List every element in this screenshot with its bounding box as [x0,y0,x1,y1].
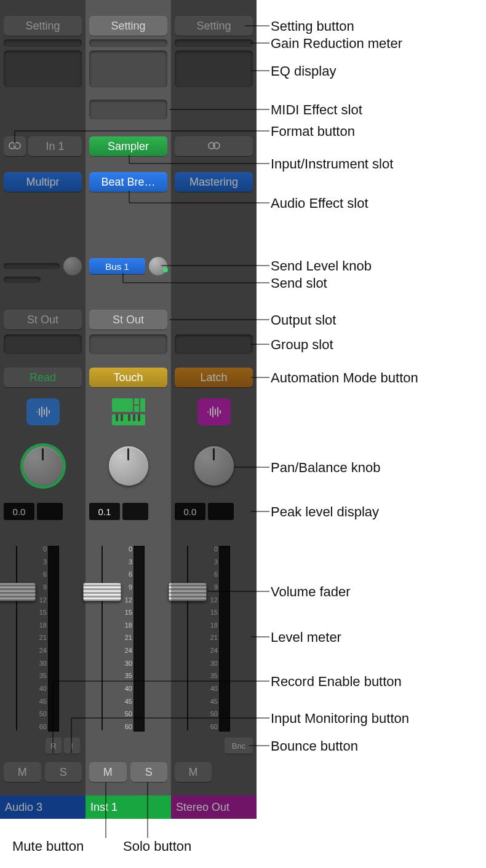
bounce-button[interactable]: Bnc [225,738,253,754]
mute-button[interactable]: M [4,762,41,782]
instrument-slot[interactable]: Sampler [89,136,167,156]
channel-strip-audio3: Setting In 1 Multipr St Out Read 0.0 036… [0,0,86,819]
record-enable-button[interactable]: R [46,738,62,754]
send-slot[interactable] [4,263,60,269]
track-type-icon[interactable] [197,398,231,425]
region-icon [112,398,145,412]
callout: Format button [271,124,355,140]
pan-knob[interactable] [23,446,63,486]
fader-area: 03691215182124303540455060 [4,546,82,730]
peak-meter [122,503,148,520]
callout: Bounce button [271,738,358,754]
svg-rect-10 [134,406,139,412]
level-meter [133,546,145,732]
group-slot[interactable] [175,334,253,354]
peak-level-display: 0.0 [175,503,205,520]
send-level-knob[interactable] [149,257,167,275]
callout: Gain Reduction meter [271,36,402,52]
midi-effect-slot[interactable] [89,100,167,119]
svg-rect-14 [121,414,123,421]
gain-reduction-meter [4,39,82,47]
stereo-icon [8,140,22,153]
send-slot[interactable]: Bus 1 [89,258,145,274]
output-slot[interactable]: St Out [4,310,82,329]
callout-solo: Solo button [123,838,191,854]
eq-display[interactable] [89,50,167,87]
callout: Volume fader [271,584,351,600]
volume-fader[interactable] [89,546,115,730]
callout: Output slot [271,312,336,328]
fader-area: 03691215182124303540455060 [175,546,253,730]
callout: Input/Instrument slot [271,156,393,172]
mixer-panel: Setting In 1 Multipr St Out Read 0.0 036… [0,0,257,819]
group-slot[interactable] [89,334,167,354]
peak-meter [37,503,63,520]
root: Setting In 1 Multipr St Out Read 0.0 036… [0,0,486,868]
callout: Audio Effect slot [271,195,368,211]
volume-fader[interactable] [4,546,30,730]
callout: Group slot [271,337,333,353]
svg-rect-17 [138,414,140,421]
group-slot[interactable] [4,334,82,354]
callout: Setting button [271,18,354,34]
setting-button[interactable]: Setting [4,16,82,36]
svg-rect-15 [128,414,130,421]
channel-strip-stereo-out: Setting Mastering Latch 0.0 036912151821… [171,0,257,819]
waveform-icon [35,405,51,419]
svg-rect-8 [112,398,133,412]
keyboard-icon [112,414,145,425]
fader-scale: 03691215182124303540455060 [202,546,218,730]
eq-display[interactable] [175,50,253,87]
track-name[interactable]: Stereo Out [171,795,257,819]
track-name[interactable]: Inst 1 [86,795,171,819]
send-level-knob[interactable] [63,257,82,275]
callout: Pan/Balance knob [271,460,381,476]
send-slot-2[interactable] [4,277,41,283]
track-name[interactable]: Audio 3 [0,795,86,819]
solo-button[interactable]: S [45,762,82,782]
callout: Input Monitoring button [271,711,409,727]
mute-button[interactable]: M [175,762,212,782]
input-monitoring-button[interactable]: I [64,738,80,754]
format-button[interactable] [4,136,26,156]
gain-reduction-meter [175,39,253,47]
callout: Send slot [271,275,327,291]
callout: MIDI Effect slot [271,102,362,118]
output-slot[interactable]: St Out [89,310,167,329]
audio-effect-slot[interactable]: Mastering [175,172,253,192]
peak-level-display: 0.0 [4,503,34,520]
input-slot[interactable]: In 1 [28,136,82,156]
audio-effect-slot[interactable]: Beat Bre… [89,172,167,192]
level-meter [219,546,230,732]
pan-knob[interactable] [109,446,148,486]
setting-button[interactable]: Setting [89,16,167,36]
callout: Automation Mode button [271,370,418,386]
pan-knob[interactable] [194,446,234,486]
peak-level-display: 0.1 [89,503,120,520]
callout: Send Level knob [271,258,372,274]
volume-fader[interactable] [175,546,201,730]
svg-rect-9 [134,398,139,404]
callout: Record Enable button [271,674,402,690]
setting-button[interactable]: Setting [175,16,253,36]
automation-mode-button[interactable]: Read [4,368,82,387]
mute-button[interactable]: M [89,762,127,782]
callout: Peak level display [271,504,379,520]
audio-effect-slot[interactable]: Multipr [4,172,82,192]
svg-rect-16 [133,414,135,421]
eq-display[interactable] [4,50,82,87]
automation-mode-button[interactable]: Latch [175,368,253,387]
track-type-icon[interactable] [89,398,167,425]
level-meter [48,546,59,732]
svg-rect-13 [116,414,118,421]
callout: EQ display [271,63,336,79]
channel-strip-inst1: Setting Sampler Beat Bre… Bus 1 St Out T… [86,0,171,819]
fader-area: 03691215182124303540455060 [89,546,167,730]
solo-button[interactable]: S [130,762,168,782]
gain-reduction-meter [89,39,167,47]
automation-mode-button[interactable]: Touch [89,368,167,387]
track-type-icon[interactable] [26,398,60,425]
stereo-icon [207,140,221,153]
record-enable-row: R I [46,738,80,754]
format-button[interactable] [175,136,253,156]
